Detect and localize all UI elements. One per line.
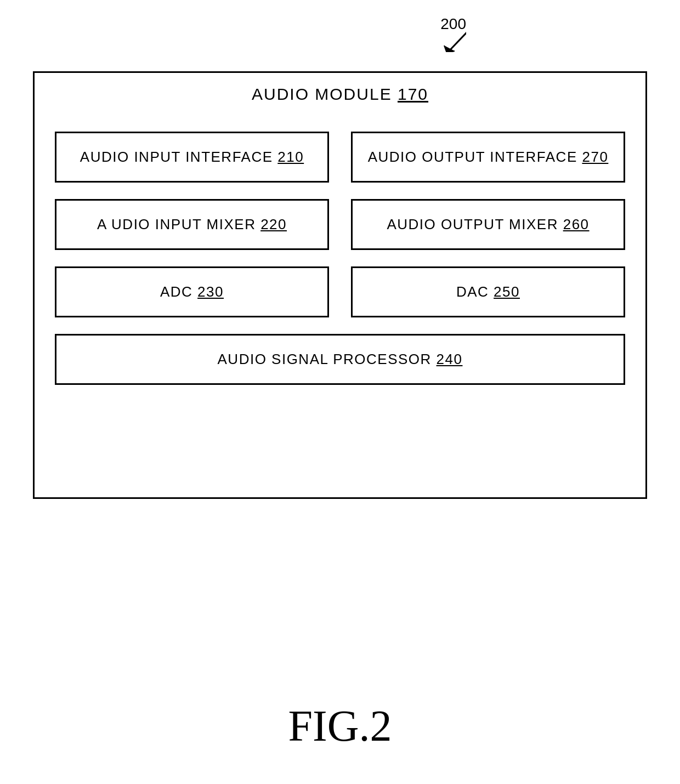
audio-signal-processor-box: AUDIO SIGNAL PROCESSOR 240 <box>55 334 625 385</box>
audio-output-interface-box: AUDIO OUTPUT INTERFACE 270 <box>351 132 625 183</box>
arrow-indicator <box>439 25 466 52</box>
adc-box: ADC 230 <box>55 266 329 317</box>
audio-input-mixer-box: A UDIO INPUT MIXER 220 <box>55 199 329 250</box>
audio-input-interface-number: 210 <box>277 149 304 165</box>
audio-output-mixer-label: AUDIO OUTPUT MIXER 260 <box>387 216 589 233</box>
diagram-container: 200 AUDIO MODULE 170 AUDIO INPUT INTERFA… <box>0 0 680 784</box>
audio-input-interface-box: AUDIO INPUT INTERFACE 210 <box>55 132 329 183</box>
dac-box: DAC 250 <box>351 266 625 317</box>
audio-input-mixer-label: A UDIO INPUT MIXER 220 <box>97 216 287 233</box>
audio-output-mixer-number: 260 <box>563 216 590 232</box>
figure-label: FIG.2 <box>0 701 680 751</box>
figure-label-text: FIG.2 <box>288 702 392 750</box>
dac-number: 250 <box>494 283 520 300</box>
audio-output-interface-label: AUDIO OUTPUT INTERFACE 270 <box>368 149 609 166</box>
audio-module-label-text: AUDIO MODULE <box>252 85 398 103</box>
adc-number: 230 <box>197 283 224 300</box>
dac-label: DAC 250 <box>456 283 520 300</box>
audio-module-number: 170 <box>398 85 428 103</box>
audio-input-interface-label: AUDIO INPUT INTERFACE 210 <box>80 149 304 166</box>
audio-output-interface-number: 270 <box>582 149 608 165</box>
audio-module-label: AUDIO MODULE 170 <box>0 85 680 104</box>
audio-signal-processor-number: 240 <box>437 351 463 367</box>
components-grid: AUDIO INPUT INTERFACE 210 AUDIO OUTPUT I… <box>55 132 625 385</box>
audio-input-mixer-number: 220 <box>260 216 287 232</box>
adc-label: ADC 230 <box>160 283 224 300</box>
audio-signal-processor-label: AUDIO SIGNAL PROCESSOR 240 <box>218 351 463 368</box>
audio-output-mixer-box: AUDIO OUTPUT MIXER 260 <box>351 199 625 250</box>
